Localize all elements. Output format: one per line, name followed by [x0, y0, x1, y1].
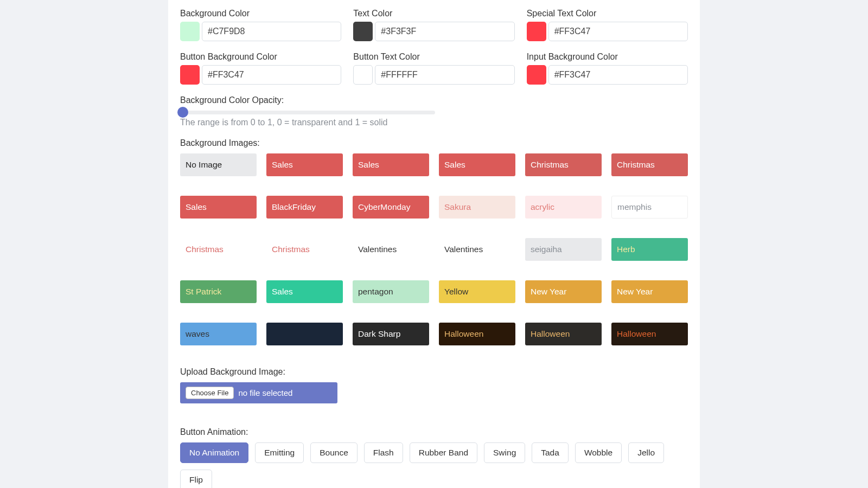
opacity-slider[interactable] — [180, 111, 435, 114]
bg-tile-dark-sharp-26[interactable]: Dark Sharp — [353, 323, 429, 345]
animation-option-emitting[interactable]: Emitting — [255, 442, 304, 463]
bg-tile-label: St Patrick — [186, 287, 221, 297]
animation-option-swing[interactable]: Swing — [484, 442, 525, 463]
upload-status-text: no file selected — [238, 388, 292, 397]
animation-option-rubber-band[interactable]: Rubber Band — [410, 442, 477, 463]
bg-tile-label: Herb — [617, 245, 635, 254]
bg-tile-label: acrylic — [531, 202, 554, 212]
bg-tile-label: Yellow — [444, 287, 468, 297]
bg-tile-sales-6[interactable]: Sales — [180, 196, 257, 219]
label-special-text-color: Special Text Color — [527, 9, 688, 18]
animation-option-wobble[interactable]: Wobble — [575, 442, 622, 463]
bg-tile-christmas-12[interactable]: Christmas — [180, 238, 257, 261]
bg-tile-sales-2[interactable]: Sales — [353, 153, 429, 176]
bg-tile-valentines-14[interactable]: Valentines — [353, 238, 429, 261]
bg-tile-label: Sales — [272, 160, 293, 170]
color-row-2: Button Background Color Button Text Colo… — [180, 52, 688, 92]
bg-tile-label: pentagon — [358, 287, 393, 297]
bg-tile-label: New Year — [531, 287, 566, 297]
bg-tile-yellow-21[interactable]: Yellow — [439, 280, 515, 303]
bg-tile-sales-19[interactable]: Sales — [266, 280, 343, 303]
field-text-color: Text Color — [353, 9, 514, 41]
bg-tile-no-image-0[interactable]: No Image — [180, 153, 257, 176]
label-background-color: Background Color — [180, 9, 341, 18]
bg-tile-label: seigaiha — [531, 245, 562, 254]
field-special-text-color: Special Text Color — [527, 9, 688, 41]
bg-tile-cybermonday-8[interactable]: CyberMonday — [353, 196, 429, 219]
input-special-text-color[interactable] — [548, 22, 688, 41]
label-background-images: Background Images: — [180, 138, 688, 148]
label-button-bg-color: Button Background Color — [180, 52, 341, 62]
bg-tile-pentagon-20[interactable]: pentagon — [353, 280, 429, 303]
choose-file-button[interactable]: Choose File — [186, 387, 234, 399]
bg-tile-label: No Image — [186, 160, 222, 170]
opacity-slider-thumb[interactable] — [177, 107, 188, 118]
bg-tile-halloween-29[interactable]: Halloween — [611, 323, 688, 345]
bg-tile-new-year-22[interactable]: New Year — [525, 280, 602, 303]
animation-options-row: No AnimationEmittingBounceFlashRubber Ba… — [180, 442, 688, 488]
bg-tile-label: Sales — [272, 287, 293, 297]
bg-tile-new-year-23[interactable]: New Year — [611, 280, 688, 303]
bg-tile-seigaiha-16[interactable]: seigaiha — [525, 238, 602, 261]
bg-tile-label: Christmas — [272, 245, 310, 254]
bg-tile-waves-24[interactable]: waves — [180, 323, 257, 345]
opacity-block: Background Color Opacity: The range is f… — [180, 95, 688, 127]
bg-tile-label: Christmas — [186, 245, 224, 254]
swatch-text-color[interactable] — [353, 22, 373, 41]
label-upload-bg: Upload Background Image: — [180, 367, 688, 377]
label-opacity: Background Color Opacity: — [180, 95, 688, 105]
bg-tile-label: CyberMonday — [358, 202, 411, 212]
bg-tile-herb-17[interactable]: Herb — [611, 238, 688, 261]
bg-tile-label: Halloween — [531, 329, 570, 339]
input-button-text-color[interactable] — [375, 65, 514, 85]
input-background-color[interactable] — [202, 22, 341, 41]
swatch-button-text-color[interactable] — [353, 65, 373, 85]
swatch-button-bg-color[interactable] — [180, 65, 200, 85]
bg-tile-memphis-11[interactable]: memphis — [611, 196, 688, 219]
animation-option-flash[interactable]: Flash — [364, 442, 403, 463]
settings-panel: Background Color Text Color Special Text… — [168, 0, 700, 488]
bg-tile-label: Valentines — [444, 245, 483, 254]
animation-option-flip[interactable]: Flip — [180, 470, 212, 488]
bg-tile-label: Halloween — [444, 329, 483, 339]
bg-tile-valentines-15[interactable]: Valentines — [439, 238, 515, 261]
bg-tile-sales-3[interactable]: Sales — [439, 153, 515, 176]
opacity-helper-text: The range is from 0 to 1, 0 = transparen… — [180, 118, 688, 127]
swatch-input-bg-color[interactable] — [527, 65, 546, 85]
animation-option-no-animation[interactable]: No Animation — [180, 442, 248, 463]
bg-tile-label: Sakura — [444, 202, 471, 212]
bg-tile-sakura-9[interactable]: Sakura — [439, 196, 515, 219]
bg-tile-halloween-27[interactable]: Halloween — [439, 323, 515, 345]
field-button-bg-color: Button Background Color — [180, 52, 341, 85]
bg-tile-label: memphis — [617, 202, 652, 212]
bg-tile-label: Valentines — [358, 245, 397, 254]
label-text-color: Text Color — [353, 9, 514, 18]
bg-tile-sales-1[interactable]: Sales — [266, 153, 343, 176]
swatch-special-text-color[interactable] — [527, 22, 546, 41]
input-input-bg-color[interactable] — [548, 65, 688, 85]
bg-tile-christmas-5[interactable]: Christmas — [611, 153, 688, 176]
bg-tile-acrylic-10[interactable]: acrylic — [525, 196, 602, 219]
swatch-background-color[interactable] — [180, 22, 200, 41]
field-button-text-color: Button Text Color — [353, 52, 514, 85]
field-input-bg-color: Input Background Color — [527, 52, 688, 85]
animation-option-tada[interactable]: Tada — [532, 442, 569, 463]
upload-box[interactable]: Choose File no file selected — [180, 382, 337, 403]
bg-tile-christmas-13[interactable]: Christmas — [266, 238, 343, 261]
field-background-color: Background Color — [180, 9, 341, 41]
input-button-bg-color[interactable] — [202, 65, 341, 85]
bg-tile-label: waves — [186, 329, 209, 339]
animation-option-bounce[interactable]: Bounce — [310, 442, 358, 463]
bg-tile-label: BlackFriday — [272, 202, 316, 212]
bg-tile-label: Christmas — [531, 160, 569, 170]
bg-tile-label: Christmas — [617, 160, 655, 170]
bg-tile-blank-25[interactable] — [266, 323, 343, 345]
bg-tile-christmas-4[interactable]: Christmas — [525, 153, 602, 176]
bg-tile-blackfriday-7[interactable]: BlackFriday — [266, 196, 343, 219]
input-text-color[interactable] — [375, 22, 514, 41]
bg-tile-halloween-28[interactable]: Halloween — [525, 323, 602, 345]
bg-tile-st-patrick-18[interactable]: St Patrick — [180, 280, 257, 303]
background-images-grid: No ImageSalesSalesSalesChristmasChristma… — [180, 153, 688, 345]
label-button-animation: Button Animation: — [180, 427, 688, 437]
animation-option-jello[interactable]: Jello — [628, 442, 664, 463]
